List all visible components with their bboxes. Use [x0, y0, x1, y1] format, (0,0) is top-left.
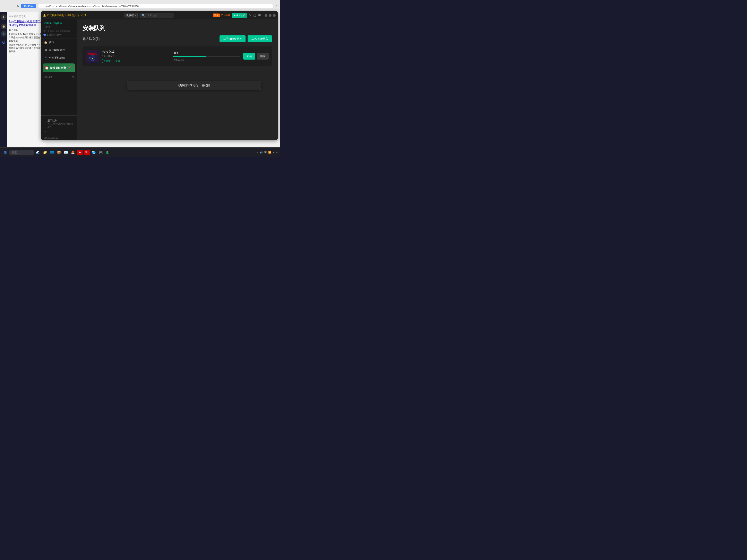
taskbar-icon-chrome[interactable]: 🌏	[91, 150, 97, 155]
sidebar-account-text: 已登录	[44, 25, 74, 28]
game-name: 未来之战	[102, 50, 170, 54]
home-icon: 🏠	[44, 41, 47, 44]
platform-dropdown[interactable]: 电脑端 ▾	[125, 13, 137, 18]
progress-bar-container	[173, 56, 240, 57]
sidebar-google-login[interactable]: G 谷歌账号未登录	[44, 33, 74, 36]
show-queue-label: 显示队列	[48, 119, 74, 123]
headphone-icon[interactable]: 🎧	[253, 14, 257, 17]
search-box[interactable]: 🔍	[139, 13, 174, 18]
taskbar-search[interactable]	[9, 150, 34, 155]
search-icon: 🔍	[142, 14, 146, 18]
taskbar-volume-icon[interactable]: 🔊	[260, 151, 263, 154]
search-input[interactable]	[147, 14, 172, 17]
nav-home: 京东 百度 已导入	[9, 15, 26, 18]
app-sidebar: 登录OurPlay账号 已登录 欢迎来说说，享受更多验体验 G 谷歌账号未登录 …	[41, 20, 77, 140]
taskbar-icon-firefox[interactable]: 🦊	[70, 150, 76, 155]
banner-rocket-icon: 🚀	[67, 66, 71, 70]
sidebar-show-queue[interactable]: ⬇ 显示队列 可从OurPlay移动端一键同步至PC	[44, 118, 74, 129]
taskbar-icon-mail[interactable]: 📧	[63, 150, 69, 155]
sidebar-item-home[interactable]: 🏠 首页	[41, 38, 77, 46]
play-icon: ▶	[234, 14, 235, 17]
taskbar-icon-search2[interactable]: 🔍	[84, 150, 90, 155]
install-button[interactable]: 安装	[243, 53, 255, 59]
aili-user-icon[interactable]: 👤	[1, 31, 6, 37]
vip-button[interactable]: ▶ 极速会员	[232, 13, 247, 18]
mobile-icon: 📱	[44, 56, 47, 59]
browser-article-link[interactable]: Play电脑版虚拟机启动不了-OurPlay PC游戏加速器	[9, 20, 45, 27]
app-body: 登录OurPlay账号 已登录 欢迎来说说，享受更多验体验 G 谷歌账号未登录 …	[41, 20, 278, 140]
emulator-tooltip: 模拟器尚未运行，请稍候	[127, 81, 261, 90]
section-all-label: 全部 (0)	[44, 76, 52, 79]
maximize-button[interactable]: □	[269, 14, 272, 17]
sidebar-mobile-label: 全部手机游戏	[49, 56, 65, 60]
browser-menu[interactable]: ⋮	[275, 5, 278, 7]
progress-percent: 50%	[173, 51, 240, 55]
banner-text: 游戏提前免费	[50, 66, 66, 70]
download-icon: ⬇	[44, 122, 46, 125]
free-badge: 限免	[213, 14, 220, 18]
title-bar-left: 🔔 正式版多重福利上线双端会员上线!!!	[43, 14, 86, 17]
grid-icon[interactable]: ⊞	[72, 76, 74, 78]
notification-area: 🔔 正式版多重福利上线双端会员上线!!!	[43, 14, 86, 17]
browser-refresh[interactable]: ↻	[17, 4, 19, 7]
sidebar-item-mobile-games[interactable]: 📱 全部手机游戏	[41, 54, 77, 62]
game-list-item: MARVEL ⚡ 未来之战 103.50 MB 游戏同步 安装 50%	[82, 47, 272, 66]
taskbar-clock: 2024	[273, 151, 278, 154]
section-header: 导入队列(1) 从手机同步导入 从PC本地导入	[82, 35, 272, 43]
aili-home-icon[interactable]: 🏠	[1, 24, 6, 29]
taskbar-right: ∧ 🔊 英 📶 2024	[257, 151, 278, 154]
sidebar-item-pc-games[interactable]: 🖥 全部电脑游戏	[41, 46, 77, 54]
browser-nav-back[interactable]: ←	[9, 4, 12, 7]
start-button[interactable]: ⊞	[2, 150, 8, 156]
taskbar-icon-wps[interactable]: W	[77, 150, 83, 155]
sidebar-login-text[interactable]: 登录OurPlay账号	[44, 22, 74, 25]
taskbar-icon-game[interactable]: 🎮	[98, 150, 104, 155]
notification-text: 正式版多重福利上线双端会员上线!!!	[47, 14, 86, 17]
taskbar-icon-browser[interactable]: 🌊	[35, 150, 41, 155]
svg-text:MARVEL: MARVEL	[88, 53, 97, 55]
game-size: 103.50 MB	[102, 55, 170, 57]
progress-status: 已完成上传	[173, 58, 240, 61]
browser-nav-forward[interactable]: →	[13, 4, 16, 7]
page-title: 安装队列	[82, 24, 272, 32]
browser-article-date: 11月27日	[9, 28, 45, 32]
sidebar-menu: 🏠 首页 🖥 全部电脑游戏 📱 全部手机游戏 ⏰ 游戏提前免费 🚀	[41, 38, 77, 115]
menu-icon[interactable]: ☰	[258, 14, 261, 17]
taskbar-lang[interactable]: 英	[264, 151, 266, 154]
game-actions: 安装 删除	[243, 53, 269, 59]
sync-from-phone-button[interactable]: 从手机同步导入	[220, 35, 246, 43]
game-tags: 游戏同步 安装	[102, 59, 170, 63]
aili-sidebar: A 🏠 👤	[0, 12, 7, 148]
sidebar-login-section[interactable]: 登录OurPlay账号 已登录 欢迎来说说，享受更多验体验 G 谷歌账号未登录	[41, 20, 77, 38]
taskbar-icon-store[interactable]: 📦	[56, 150, 62, 155]
tooltip-text: 模拟器尚未运行，请稍候	[178, 83, 210, 87]
game-sync-tag: 游戏同步	[102, 59, 113, 63]
taskbar-icon-explorer[interactable]: 📁	[42, 150, 48, 155]
minimize-button[interactable]: —	[264, 14, 267, 17]
sidebar-section-header: 全部 (0) ⊞	[41, 74, 77, 79]
game-banner[interactable]: ⏰ 游戏提前免费 🚀	[43, 63, 75, 72]
dropdown-arrow: ▾	[134, 14, 136, 17]
windows-icon: ⊞	[4, 150, 7, 155]
title-bar-right: 限免 00:43:49 ▶ 极速会员 ✎ 🎧 ☰ — □ ✕	[213, 13, 276, 18]
sidebar-welcome-text: 欢迎来说说，享受更多验体验	[44, 30, 74, 32]
taskbar-chevron[interactable]: ∧	[257, 151, 258, 154]
taskbar-icon-dragon[interactable]: 🐉	[105, 150, 110, 155]
game-info: 未来之战 103.50 MB 游戏同步 安装	[102, 50, 170, 63]
taskbar: ⊞ 🌊 📁 🌐 📦 📧 🦊 W 🔍 🌏 🎮 🐉 ∧ 🔊 英 📶 2024	[0, 148, 280, 157]
edit-icon[interactable]: ✎	[249, 14, 252, 17]
game-status: 安装	[115, 59, 120, 62]
delete-button[interactable]: 删除	[257, 53, 269, 59]
browser-tab[interactable]: OurPlay	[21, 4, 36, 8]
aili-logo[interactable]: A	[1, 14, 6, 20]
close-button[interactable]: ✕	[273, 14, 276, 17]
timer-area: 限免 00:43:49	[213, 14, 230, 18]
import-from-pc-button[interactable]: 从PC本地导入	[248, 35, 272, 43]
sidebar-bottom: ⬇ 显示队列 可从OurPlay移动端一键同步至PC ✓	[41, 115, 77, 136]
browser-url-bar[interactable]: rsv_bp=1&rsv_idx=2&ie=utf-8&rqlang=cn&rs…	[38, 4, 274, 8]
platform-label: 电脑端	[126, 14, 134, 17]
game-thumbnail: MARVEL ⚡	[86, 50, 99, 63]
aili-brand-text: Ail	[0, 41, 7, 44]
taskbar-network-icon[interactable]: 📶	[268, 151, 271, 154]
taskbar-icon-edge[interactable]: 🌐	[49, 150, 55, 155]
